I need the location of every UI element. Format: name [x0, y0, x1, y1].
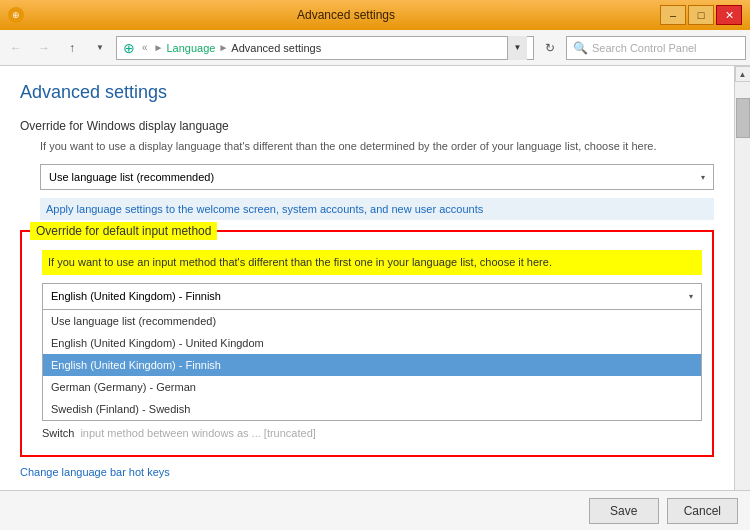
- input-method-title: Override for default input method: [30, 222, 217, 240]
- bottom-bar: Save Cancel: [0, 490, 750, 530]
- minimize-button[interactable]: –: [660, 5, 686, 25]
- scrollbar-thumb[interactable]: [736, 98, 750, 138]
- search-box[interactable]: 🔍 Search Control Panel: [566, 36, 746, 60]
- up-button[interactable]: ↑: [60, 36, 84, 60]
- breadcrumb-current: Advanced settings: [231, 42, 321, 54]
- change-hotkeys-link[interactable]: Change language bar hot keys: [20, 466, 170, 478]
- forward-button[interactable]: →: [32, 36, 56, 60]
- dropdown-item-0[interactable]: Use language list (recommended): [43, 310, 701, 332]
- input-method-section: Override for default input method If you…: [20, 230, 714, 457]
- dropdown-list: Use language list (recommended) English …: [43, 310, 701, 420]
- address-path: ⊕ « ► Language ► Advanced settings ▼: [116, 36, 534, 60]
- dropdown-header[interactable]: English (United Kingdom) - Finnish ▾: [43, 284, 701, 310]
- switch-content: input method between windows as ... [tru…: [80, 427, 315, 439]
- display-language-dropdown[interactable]: Use language list (recommended) ▾: [40, 164, 714, 190]
- cancel-button[interactable]: Cancel: [667, 498, 738, 524]
- breadcrumb-sep-2: ►: [154, 42, 164, 53]
- address-bar: ← → ↑ ▼ ⊕ « ► Language ► Advanced settin…: [0, 30, 750, 66]
- main-container: Advanced settings Override for Windows d…: [0, 66, 750, 490]
- breadcrumb: ⊕ « ► Language ► Advanced settings: [123, 40, 507, 56]
- dropdown-item-4[interactable]: Swedish (Finland) - Swedish: [43, 398, 701, 420]
- scrollbar[interactable]: ▲: [734, 66, 750, 490]
- input-method-dropdown[interactable]: English (United Kingdom) - Finnish ▾ Use…: [42, 283, 702, 421]
- breadcrumb-sep-1: «: [142, 42, 148, 53]
- maximize-button[interactable]: □: [688, 5, 714, 25]
- dropdown-selected-value: English (United Kingdom) - Finnish: [51, 290, 221, 302]
- dropdown-item-3[interactable]: German (Germany) - German: [43, 376, 701, 398]
- title-bar: ⊕ Advanced settings – □ ✕: [0, 0, 750, 30]
- breadcrumb-sep-3: ►: [218, 42, 228, 53]
- search-placeholder: Search Control Panel: [592, 42, 697, 54]
- breadcrumb-link-lang[interactable]: Language: [166, 42, 215, 54]
- app-icon: ⊕: [8, 7, 24, 23]
- refresh-button[interactable]: ↻: [538, 36, 562, 60]
- display-language-title: Override for Windows display language: [20, 119, 714, 133]
- dropdown-chevron-icon: ▾: [689, 292, 693, 301]
- dropdown-item-2[interactable]: English (United Kingdom) - Finnish: [43, 354, 701, 376]
- content-area: Advanced settings Override for Windows d…: [0, 66, 734, 490]
- close-button[interactable]: ✕: [716, 5, 742, 25]
- page-title: Advanced settings: [20, 82, 714, 103]
- switch-section: Switch input method between windows as .…: [42, 427, 702, 439]
- switch-label: Switch: [42, 427, 74, 439]
- dropdown-arrow-icon: ▾: [701, 173, 705, 182]
- window-title: Advanced settings: [32, 8, 660, 22]
- address-dropdown-button[interactable]: ▼: [507, 36, 527, 60]
- recent-locations-button[interactable]: ▼: [88, 36, 112, 60]
- input-method-desc: If you want to use an input method that'…: [42, 250, 702, 275]
- search-icon: 🔍: [573, 41, 588, 55]
- save-button[interactable]: Save: [589, 498, 659, 524]
- display-language-value: Use language list (recommended): [49, 171, 214, 183]
- back-button[interactable]: ←: [4, 36, 28, 60]
- apply-language-link[interactable]: Apply language settings to the welcome s…: [46, 203, 483, 215]
- display-language-desc: If you want to use a display language th…: [40, 139, 714, 154]
- scroll-up-arrow[interactable]: ▲: [735, 66, 751, 82]
- dropdown-item-1[interactable]: English (United Kingdom) - United Kingdo…: [43, 332, 701, 354]
- window-controls: – □ ✕: [660, 5, 742, 25]
